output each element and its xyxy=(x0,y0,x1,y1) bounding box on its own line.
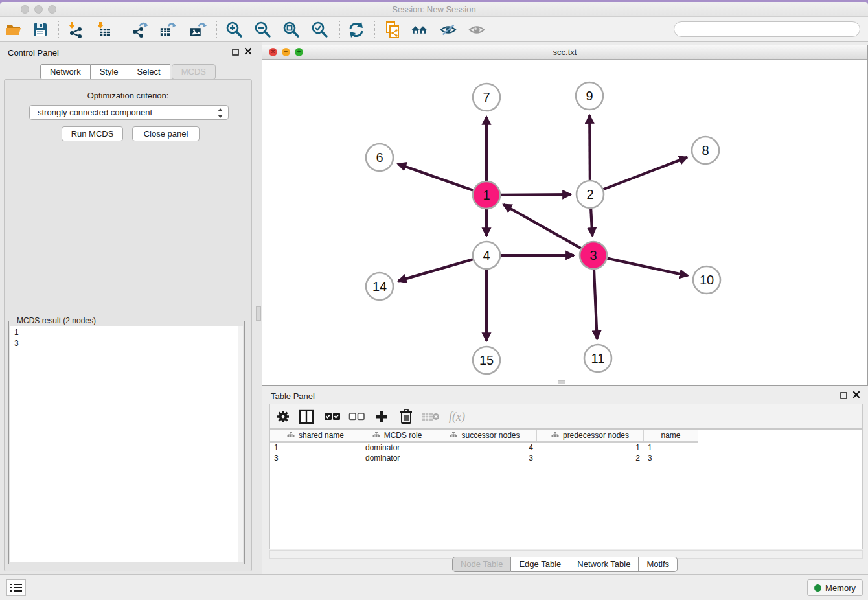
network-window-grip[interactable] xyxy=(558,380,565,384)
select-all-checkboxes-icon[interactable] xyxy=(323,408,341,426)
graph-node-label: 2 xyxy=(586,187,593,202)
graph-edge-2-8[interactable] xyxy=(604,157,687,189)
zoom-fit-icon[interactable] xyxy=(282,21,301,39)
cell-shared-name[interactable]: 3 xyxy=(270,453,361,463)
deselect-all-checkboxes-icon[interactable] xyxy=(348,408,366,426)
graph-node-label: 4 xyxy=(483,248,490,262)
network-graph[interactable]: 7968124314101511 xyxy=(262,60,867,385)
task-history-button[interactable] xyxy=(6,579,26,596)
column-header-predecessor-nodes[interactable]: predecessor nodes xyxy=(537,430,644,441)
toggle-panel-icon[interactable] xyxy=(297,408,315,426)
refresh-view-icon[interactable] xyxy=(347,21,365,39)
memory-label: Memory xyxy=(825,583,856,593)
cell-successor-nodes[interactable]: 3 xyxy=(433,453,537,463)
graph-node-label: 10 xyxy=(700,273,714,287)
result-scrollbar[interactable] xyxy=(238,326,243,562)
column-label: MCDS role xyxy=(384,431,422,440)
network-window-title: scc.txt xyxy=(262,47,867,57)
tab-style[interactable]: Style xyxy=(91,64,128,80)
column-header-shared-name[interactable]: shared name xyxy=(270,430,361,441)
cell-successor-nodes[interactable]: 4 xyxy=(433,443,537,453)
control-panel-title: Control Panel xyxy=(8,48,59,58)
graph-edge-3-10[interactable] xyxy=(607,259,687,276)
tab-edge-table[interactable]: Edge Table xyxy=(511,557,569,572)
export-table-icon[interactable] xyxy=(159,21,177,39)
cell-predecessor-nodes[interactable]: 2 xyxy=(537,453,644,463)
tree-icon xyxy=(450,432,457,439)
graph-node-label: 11 xyxy=(591,351,605,365)
export-image-icon[interactable] xyxy=(189,21,207,39)
mcds-panel-body: Optimization criterion: strongly connect… xyxy=(4,79,252,571)
graph-node-label: 7 xyxy=(483,90,490,104)
graph-edge-2-9[interactable] xyxy=(589,115,590,180)
hide-selected-icon[interactable] xyxy=(439,21,457,39)
result-line: 1 xyxy=(14,327,243,338)
zoom-in-icon[interactable] xyxy=(225,21,244,39)
column-header-mcds-role[interactable]: MCDS role xyxy=(361,430,433,441)
cell-mcds-role[interactable]: dominator xyxy=(361,443,433,453)
tab-node-table[interactable]: Node Table xyxy=(452,557,512,572)
graph-node-label: 9 xyxy=(586,89,593,103)
tab-mcds[interactable]: MCDS xyxy=(172,64,216,80)
tab-motifs[interactable]: Motifs xyxy=(639,557,678,572)
divider-grip[interactable] xyxy=(256,306,261,321)
add-column-icon[interactable] xyxy=(372,408,391,426)
toolbar-separator xyxy=(122,21,122,38)
tree-icon xyxy=(551,432,559,439)
open-session-icon[interactable] xyxy=(5,21,23,39)
first-neighbors-icon[interactable] xyxy=(411,21,429,39)
table-header-row: shared name MCDS role successor nodes pr… xyxy=(270,430,698,443)
close-table-panel-icon[interactable] xyxy=(852,391,860,400)
cell-predecessor-nodes[interactable]: 1 xyxy=(537,443,644,453)
import-network-icon[interactable] xyxy=(66,21,84,39)
function-builder-icon[interactable]: f(x) xyxy=(446,408,472,426)
settings-gear-icon[interactable] xyxy=(274,408,292,426)
import-table-icon[interactable] xyxy=(95,21,113,39)
window-title: Session: New Session xyxy=(0,5,868,14)
cell-name[interactable]: 1 xyxy=(644,443,698,453)
table-tabs: Node TableEdge TableNetwork TableMotifs xyxy=(262,557,868,572)
graph-edge-1-2[interactable] xyxy=(501,194,571,195)
network-window-titlebar: × − + scc.txt xyxy=(262,45,867,60)
tab-network[interactable]: Network xyxy=(40,64,91,80)
column-label: shared name xyxy=(299,431,344,440)
delete-column-icon[interactable] xyxy=(397,408,415,426)
float-table-panel-icon[interactable] xyxy=(840,391,847,401)
panel-divider[interactable] xyxy=(256,42,262,574)
network-canvas[interactable]: 7968124314101511 xyxy=(262,60,867,385)
close-panel-button[interactable]: Close panel xyxy=(132,126,200,141)
stepper-icon xyxy=(217,108,223,120)
memory-button[interactable]: Memory xyxy=(807,579,863,596)
duplicate-network-icon[interactable] xyxy=(383,21,402,39)
mcds-result-title: MCDS result (2 nodes) xyxy=(14,316,98,325)
tab-select[interactable]: Select xyxy=(128,64,170,80)
graph-node-label: 6 xyxy=(376,150,383,165)
optimization-criterion-select[interactable]: strongly connected component xyxy=(29,105,229,120)
tab-network-table[interactable]: Network Table xyxy=(569,557,639,572)
graph-edge-2-3[interactable] xyxy=(591,209,592,236)
delete-table-icon[interactable] xyxy=(422,408,440,426)
show-all-icon[interactable] xyxy=(468,21,486,39)
close-panel-icon[interactable] xyxy=(244,47,252,57)
cell-name[interactable]: 3 xyxy=(644,453,698,463)
zoom-selected-icon[interactable] xyxy=(311,21,329,39)
table-row[interactable]: 3 dominator 3 2 3 xyxy=(270,453,862,463)
cell-mcds-role[interactable]: dominator xyxy=(361,453,433,463)
mcds-result-text[interactable]: 1 3 xyxy=(10,326,243,562)
save-session-icon[interactable] xyxy=(31,21,49,39)
graph-edge-3-11[interactable] xyxy=(594,270,597,339)
run-mcds-button[interactable]: Run MCDS xyxy=(62,126,123,141)
table-row[interactable]: 1 dominator 4 1 1 xyxy=(270,443,862,453)
search-input[interactable] xyxy=(674,21,860,37)
graph-edge-4-14[interactable] xyxy=(398,259,473,281)
node-table[interactable]: shared name MCDS role successor nodes pr… xyxy=(269,429,863,549)
graph-edge-3-1[interactable] xyxy=(503,205,581,248)
cell-shared-name[interactable]: 1 xyxy=(270,443,361,453)
column-header-name[interactable]: name xyxy=(644,430,698,441)
float-panel-icon[interactable] xyxy=(232,48,239,58)
optimization-criterion-label: Optimization criterion: xyxy=(5,91,251,100)
zoom-out-icon[interactable] xyxy=(254,21,272,39)
export-network-icon[interactable] xyxy=(131,21,149,39)
column-header-successor-nodes[interactable]: successor nodes xyxy=(433,430,537,441)
graph-edge-1-6[interactable] xyxy=(398,164,473,190)
